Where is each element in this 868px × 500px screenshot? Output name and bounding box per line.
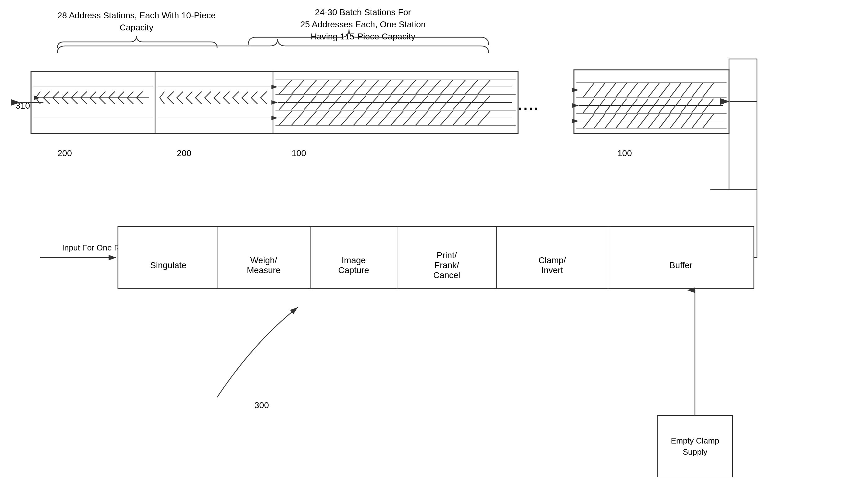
svg-line-40 <box>403 95 416 110</box>
image-capture-label: ImageCapture <box>310 234 397 296</box>
svg-line-85 <box>605 83 616 97</box>
input-label: Input For One Route <box>62 242 136 253</box>
svg-line-45 <box>341 95 354 110</box>
address-stations-label: 28 Address Stations, Each With 10-Piece … <box>56 9 217 34</box>
svg-line-42 <box>379 95 391 110</box>
svg-line-81 <box>648 83 659 97</box>
svg-line-67 <box>292 111 304 125</box>
svg-line-112 <box>594 114 605 128</box>
svg-line-23 <box>391 80 403 94</box>
svg-line-19 <box>440 80 453 94</box>
svg-line-94 <box>648 99 659 113</box>
svg-rect-70 <box>574 70 729 134</box>
svg-line-86 <box>594 83 605 97</box>
svg-line-55 <box>440 111 453 125</box>
svg-line-31 <box>292 80 304 94</box>
svg-line-56 <box>428 111 440 125</box>
svg-line-98 <box>605 99 616 113</box>
svg-line-92 <box>670 99 681 113</box>
svg-line-21 <box>416 80 428 94</box>
svg-line-63 <box>341 111 354 125</box>
batch-stations-label: 24-30 Batch Stations For25 Addresses Eac… <box>254 6 472 43</box>
svg-line-53 <box>465 111 478 125</box>
svg-rect-3 <box>31 71 518 134</box>
svg-line-89 <box>703 99 714 113</box>
svg-line-30 <box>304 80 316 94</box>
label-200-first: 200 <box>57 148 72 158</box>
svg-rect-119 <box>118 227 754 289</box>
svg-line-54 <box>453 111 465 125</box>
svg-line-18 <box>453 80 465 94</box>
svg-line-84 <box>616 83 627 97</box>
svg-line-60 <box>379 111 391 125</box>
svg-line-28 <box>329 80 341 94</box>
svg-line-35 <box>465 95 478 110</box>
label-300: 300 <box>254 400 269 410</box>
svg-line-16 <box>478 80 490 94</box>
svg-line-106 <box>659 114 670 128</box>
svg-line-95 <box>637 99 648 113</box>
svg-line-110 <box>616 114 627 128</box>
label-310: 310 <box>15 101 30 111</box>
svg-line-20 <box>428 80 440 94</box>
svg-line-46 <box>329 95 341 110</box>
svg-line-58 <box>403 111 416 125</box>
svg-line-64 <box>329 111 341 125</box>
weigh-measure-label: Weigh/Measure <box>217 234 310 296</box>
svg-line-104 <box>681 114 692 128</box>
svg-line-48 <box>304 95 316 110</box>
label-100-first: 100 <box>292 148 306 158</box>
svg-line-78 <box>681 83 692 97</box>
svg-line-32 <box>279 80 292 94</box>
svg-line-27 <box>341 80 354 94</box>
svg-line-111 <box>605 114 616 128</box>
svg-line-109 <box>627 114 637 128</box>
svg-line-90 <box>692 99 703 113</box>
svg-line-87 <box>583 83 594 97</box>
svg-line-113 <box>583 114 594 128</box>
svg-line-26 <box>354 80 366 94</box>
svg-line-50 <box>279 95 292 110</box>
svg-line-77 <box>692 83 703 97</box>
label-100-second: 100 <box>617 148 632 158</box>
svg-line-57 <box>416 111 428 125</box>
svg-line-37 <box>440 95 453 110</box>
svg-line-41 <box>391 95 403 110</box>
svg-line-79 <box>670 83 681 97</box>
label-200-second: 200 <box>177 148 192 158</box>
svg-line-36 <box>453 95 465 110</box>
svg-line-39 <box>416 95 428 110</box>
svg-line-38 <box>428 95 440 110</box>
svg-line-83 <box>627 83 637 97</box>
svg-line-62 <box>354 111 366 125</box>
svg-line-93 <box>659 99 670 113</box>
svg-line-61 <box>366 111 379 125</box>
buffer-label: Buffer <box>608 234 754 296</box>
svg-line-47 <box>316 95 329 110</box>
svg-line-25 <box>366 80 379 94</box>
svg-line-96 <box>627 99 637 113</box>
svg-line-65 <box>316 111 329 125</box>
svg-line-80 <box>659 83 670 97</box>
svg-line-99 <box>594 99 605 113</box>
print-frank-cancel-label: Print/Frank/Cancel <box>397 234 496 296</box>
svg-line-108 <box>637 114 648 128</box>
clamp-supply-box: Empty Clamp Supply <box>657 415 733 477</box>
svg-line-107 <box>648 114 659 128</box>
svg-line-91 <box>681 99 692 113</box>
svg-line-82 <box>637 83 648 97</box>
svg-line-103 <box>692 114 703 128</box>
svg-line-24 <box>379 80 391 94</box>
svg-line-22 <box>403 80 416 94</box>
svg-line-17 <box>465 80 478 94</box>
svg-line-102 <box>703 114 714 128</box>
svg-line-49 <box>292 95 304 110</box>
svg-line-34 <box>478 95 490 110</box>
svg-line-44 <box>354 95 366 110</box>
svg-line-29 <box>316 80 329 94</box>
svg-line-97 <box>616 99 627 113</box>
svg-line-100 <box>583 99 594 113</box>
svg-line-68 <box>279 111 292 125</box>
svg-line-105 <box>670 114 681 128</box>
svg-line-52 <box>478 111 490 125</box>
